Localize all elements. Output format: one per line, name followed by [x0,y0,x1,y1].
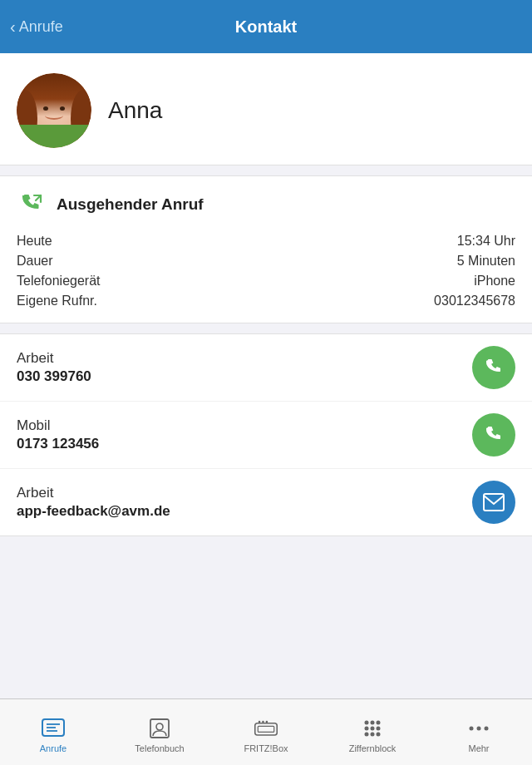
svg-point-14 [266,720,268,723]
call-info-section: Ausgehender Anruf Heute15:34 UhrDauer5 M… [0,175,532,323]
tab-bar: Anrufe Telefonbuch FRITZ!Box [0,698,532,765]
chevron-left-icon: ‹ [10,17,16,37]
tab-mehr[interactable]: Mehr [426,699,532,765]
call-button[interactable] [472,413,515,457]
call-type-label: Ausgehender Anruf [57,195,204,214]
action-row: Arbeit030 399760 [0,334,532,402]
fritzbox-icon [254,717,278,740]
tab-ziffernblock[interactable]: Ziffernblock [319,699,426,765]
call-detail-key: Telefoniegerät [17,274,101,289]
action-label: Mobil [17,417,99,434]
tab-ziffernblock-label: Ziffernblock [349,743,397,753]
app-header: ‹ Anrufe Kontakt [0,0,532,53]
svg-rect-3 [484,494,504,511]
telefonbuch-icon [147,717,172,740]
svg-point-24 [470,726,474,730]
contact-card: Anna [0,53,532,165]
contact-name: Anna [108,97,162,124]
call-detail-value: 5 Minuten [457,254,515,269]
call-detail-value: iPhone [474,274,515,289]
call-type-row: Ausgehender Anruf [17,190,515,220]
outgoing-call-icon [17,190,47,220]
action-row: Mobil0173 123456 [0,402,532,469]
svg-point-23 [377,732,381,736]
call-detail-value: 15:34 Uhr [457,234,515,249]
call-button[interactable] [472,346,515,389]
svg-point-19 [371,726,375,730]
action-number: 0173 123456 [17,436,99,452]
actions-section: Arbeit030 399760 Mobil0173 123456 Arbeit… [0,333,532,536]
call-detail-key: Dauer [17,254,53,269]
svg-point-15 [365,720,369,724]
tab-anrufe-label: Anrufe [40,743,66,753]
actions-list: Arbeit030 399760 Mobil0173 123456 Arbeit… [0,334,532,536]
svg-point-17 [377,720,381,724]
svg-point-18 [365,726,369,730]
call-detail-value: 03012345678 [434,294,515,308]
tab-telefonbuch-label: Telefonbuch [135,743,184,753]
svg-point-13 [262,720,264,723]
svg-point-12 [259,720,261,723]
tab-fritzbox[interactable]: FRITZ!Box [213,699,319,765]
action-label: Arbeit [17,350,91,367]
action-label: Arbeit [17,485,170,501]
svg-point-20 [377,726,381,730]
back-button[interactable]: ‹ Anrufe [10,17,63,37]
svg-point-9 [156,723,163,730]
call-detail-key: Eigene Rufnr. [17,294,97,308]
call-details: Heute15:34 UhrDauer5 MinutenTelefonieger… [17,231,515,311]
tab-fritzbox-label: FRITZ!Box [244,743,288,753]
mehr-icon [466,717,491,740]
email-button[interactable] [472,481,515,524]
svg-rect-11 [258,726,273,732]
tab-telefonbuch[interactable]: Telefonbuch [106,699,213,765]
ziffernblock-icon [360,717,385,740]
avatar [17,73,91,148]
call-detail-row: Heute15:34 Uhr [17,231,515,251]
svg-point-21 [365,732,369,736]
action-info: Mobil0173 123456 [17,417,99,452]
anrufe-icon [41,717,66,740]
action-number: 030 399760 [17,368,91,385]
back-label: Anrufe [19,18,63,36]
svg-point-22 [371,732,375,736]
call-detail-row: Eigene Rufnr.03012345678 [17,291,515,311]
action-info: Arbeit030 399760 [17,350,91,385]
svg-point-25 [477,726,481,730]
action-info: Arbeitapp-feedback@avm.de [17,485,170,520]
call-detail-row: Dauer5 Minuten [17,251,515,271]
action-number: app-feedback@avm.de [17,503,170,520]
svg-point-26 [485,726,489,730]
tab-anrufe[interactable]: Anrufe [0,699,106,765]
tab-mehr-label: Mehr [468,743,489,753]
svg-point-16 [371,720,375,724]
page-title: Kontakt [235,17,297,37]
call-detail-row: TelefoniegerätiPhone [17,271,515,291]
call-detail-key: Heute [17,234,52,249]
action-row: Arbeitapp-feedback@avm.de [0,469,532,536]
